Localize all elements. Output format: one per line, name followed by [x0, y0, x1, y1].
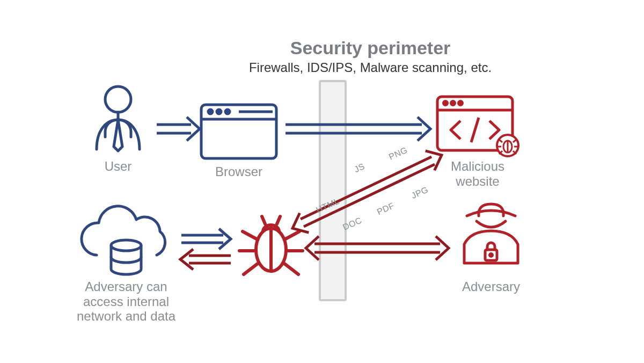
- arrows-layer: [0, 0, 644, 363]
- diagram-stage: Security perimeter Firewalls, IDS/IPS, M…: [0, 0, 644, 363]
